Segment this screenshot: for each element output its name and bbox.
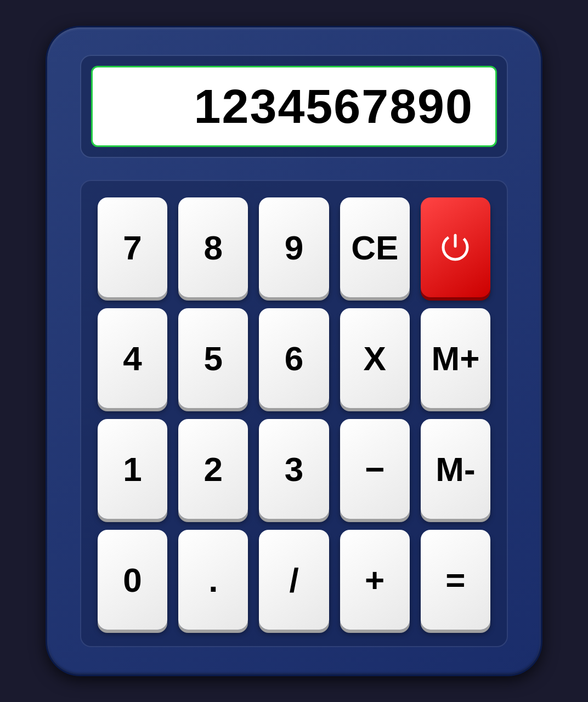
btn-4[interactable]: 4 <box>98 308 167 408</box>
btn-equals[interactable]: = <box>421 530 490 630</box>
btn-divide[interactable]: / <box>259 530 329 630</box>
btn-plus[interactable]: + <box>340 530 410 630</box>
btn-mplus[interactable]: M+ <box>421 308 490 408</box>
calculator-body: 1234567890 7 8 9 CE 4 5 6 X M+ 1 <box>47 27 541 675</box>
btn-ce[interactable]: CE <box>340 197 410 297</box>
btn-mminus[interactable]: M- <box>421 419 490 519</box>
btn-5[interactable]: 5 <box>178 308 248 408</box>
btn-6[interactable]: 6 <box>259 308 329 408</box>
keypad-row-3: 1 2 3 − M- <box>98 419 490 519</box>
keypad-container: 7 8 9 CE 4 5 6 X M+ 1 2 3 − M- <box>80 180 508 647</box>
keypad-row-2: 4 5 6 X M+ <box>98 308 490 408</box>
btn-7[interactable]: 7 <box>98 197 167 297</box>
btn-2[interactable]: 2 <box>178 419 248 519</box>
keypad-row-4: 0 . / + = <box>98 530 490 630</box>
btn-power[interactable] <box>421 197 490 297</box>
btn-dot[interactable]: . <box>178 530 248 630</box>
btn-8[interactable]: 8 <box>178 197 248 297</box>
btn-9[interactable]: 9 <box>259 197 329 297</box>
display-container: 1234567890 <box>80 55 508 158</box>
btn-1[interactable]: 1 <box>98 419 167 519</box>
power-icon <box>439 231 472 264</box>
btn-3[interactable]: 3 <box>259 419 329 519</box>
btn-0[interactable]: 0 <box>98 530 167 630</box>
keypad-row-1: 7 8 9 CE <box>98 197 490 297</box>
btn-minus[interactable]: − <box>340 419 410 519</box>
btn-multiply[interactable]: X <box>340 308 410 408</box>
calculator-display: 1234567890 <box>91 66 497 147</box>
